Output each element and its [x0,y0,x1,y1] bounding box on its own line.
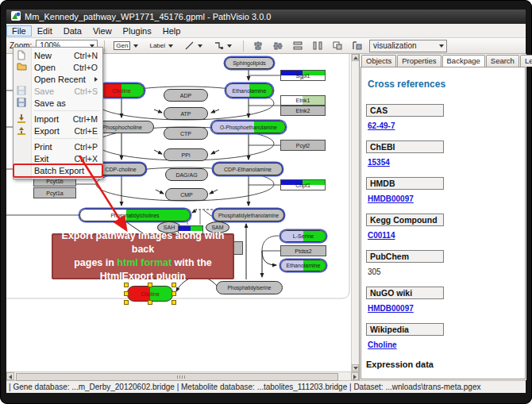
node-cmp[interactable]: CMP [165,188,208,201]
node-phosphatidylcholines[interactable]: Phosphatidylcholines [79,209,191,221]
tab-legend[interactable]: Legend [520,55,532,67]
status-bar: | Gene database: ...m_Derby_20120602.bri… [6,380,526,393]
application-window: Mm_Kennedy_pathway_WP1771_45176.gpml - P… [0,0,532,404]
node-atp[interactable]: ATP [164,107,208,120]
send-to-back-button[interactable] [330,39,345,52]
xref-value-kegg-compound[interactable]: C00114 [368,231,520,240]
selection-handle[interactable] [172,300,176,305]
file-menu-item-save-as[interactable]: Save as [13,97,102,109]
xref-value-wikipedia[interactable]: Choline [368,341,520,349]
selection-handle[interactable] [148,300,152,305]
menu-bar: FileEditDataViewPluginsHelp [6,24,526,38]
file-menu-item-open-recent[interactable]: Open Recent [13,73,102,85]
scroll-right-button[interactable] [351,372,359,380]
scrollbar-thumb[interactable] [16,373,338,381]
horizontal-scrollbar[interactable] [6,371,359,380]
xref-value-pubchem: 305 [368,267,520,276]
callout-highlight: html format [117,257,172,268]
node-dag[interactable]: DAG/AG [165,168,208,181]
node-etnk2[interactable]: Etnk2 [280,106,326,116]
send-to-back-icon [332,40,343,51]
tab-properties[interactable]: Properties [397,55,441,67]
scroll-up-button[interactable] [352,54,359,61]
xref-value-cas[interactable]: 62-49-7 [368,121,520,130]
menu-file[interactable]: File [6,25,32,37]
open-folder-icon [17,62,28,72]
menu-data[interactable]: Data [58,25,87,37]
file-menu-item-label: Exit [34,154,75,164]
selection-handle[interactable] [124,300,129,305]
tab-objects[interactable]: Objects [361,55,396,67]
scroll-down-button[interactable] [352,364,359,371]
node-sgpl1[interactable]: Sgpl1 [280,70,326,81]
node-ctp[interactable]: CTP [164,127,208,140]
xref-value-nugo-wiki[interactable]: HMDB00097 [368,304,520,313]
new-line-button[interactable] [182,39,207,52]
node-pcyt1a[interactable]: Pcyt1a [33,187,76,198]
window-title: Mm_Kennedy_pathway_WP1771_45176.gpml - P… [25,12,271,21]
file-menu-item-label: Save as [34,98,98,108]
file-menu-item-open[interactable]: OpenCtrl+O [13,61,102,73]
file-menu-shortcut: Ctrl+M [73,114,98,124]
chevron-down-icon [168,44,173,48]
align-center-vertical-icon [272,40,283,51]
align-center-vertical-button[interactable] [270,39,286,52]
bring-to-front-button[interactable] [349,39,365,52]
node-ptdss2[interactable]: Ptdss2 [280,245,326,256]
file-menu-item-save: SaveCtrl+S [13,85,102,97]
side-panel: ObjectsPropertiesBackpageSearchLegend Cr… [359,54,526,380]
node-ppi[interactable]: PPi [164,148,208,161]
selection-handle[interactable] [172,291,176,296]
node-phosphatidylserine[interactable]: Phosphatidylserine [216,281,283,294]
xref-value-chebi[interactable]: 15354 [368,158,520,167]
xref-source-cas: CAS [366,104,444,117]
file-menu-separator [34,138,99,139]
selection-handle[interactable] [124,291,129,296]
file-menu-shortcut: Ctrl+O [73,63,98,72]
align-center-horizontal-icon [253,40,264,51]
node-pcyt2[interactable]: Pcyt2 [280,140,326,151]
xref-source-wikipedia: Wikipedia [366,323,444,336]
vertical-scrollbar[interactable] [351,54,359,371]
file-menu-shortcut: Ctrl+P [75,142,98,152]
node-cdp-ethanolamine[interactable]: CDP-Ethanolamine [213,163,283,175]
file-menu-item-print[interactable]: PrintCtrl+P [13,140,102,152]
xref-value-hmdb[interactable]: HMDB00097 [368,194,520,203]
node-choline-selected[interactable]: Choline [127,286,173,302]
new-label-button[interactable]: Label [147,40,178,51]
node-phosphatidylethanolamine[interactable]: Phosphatidylethanolamine [213,209,284,221]
node-choline-top[interactable]: Choline [98,83,145,98]
file-menu-item-new[interactable]: NewCtrl+N [13,49,102,61]
menu-view[interactable]: View [87,25,118,37]
file-menu-item-import[interactable]: ImportCtrl+M [13,113,102,125]
node-ethanolamine-bottom[interactable]: Ethanolamine [280,260,326,271]
node-sphingolipids[interactable]: Sphingolipids [225,57,274,69]
tab-search[interactable]: Search [486,55,519,67]
new-gene-product-button[interactable]: Gen [111,40,143,52]
app-icon [11,11,21,22]
file-menu-item-batch-export[interactable]: Batch Export [13,164,102,177]
align-center-horizontal-button[interactable] [250,39,266,52]
distribute-rows-icon [292,40,303,51]
file-menu-item-exit[interactable]: ExitCtrl+X [13,152,102,164]
new-file-icon [17,50,28,60]
node-l-serine[interactable]: L-Serine [280,230,326,242]
xref-source-pubchem: PubChem [366,250,444,263]
node-adp[interactable]: ADP [164,89,208,102]
menu-help[interactable]: Help [157,25,187,37]
distribute-rows-button[interactable] [290,39,306,52]
node-ethanolamine-top[interactable]: Ethanolamine [226,83,273,98]
submenu-arrow-icon [94,77,98,82]
file-menu-shortcut: Ctrl+S [75,87,98,96]
menu-plugins[interactable]: Plugins [118,25,157,37]
tab-backpage[interactable]: Backpage [442,55,485,67]
node-o-phosphoethanolamine[interactable]: O-Phosphoethanolamine [211,121,286,133]
scroll-left-button[interactable] [6,372,14,380]
distribute-columns-button[interactable] [310,39,326,52]
file-menu-item-export[interactable]: ExportCtrl+E [13,125,102,137]
visualization-combobox[interactable]: visualization [369,40,447,52]
new-connector-button[interactable] [211,39,237,52]
node-etnk1[interactable]: Etnk1 [280,95,326,106]
menu-edit[interactable]: Edit [32,25,58,37]
node-chpt1[interactable]: Chpt1 [280,179,326,190]
